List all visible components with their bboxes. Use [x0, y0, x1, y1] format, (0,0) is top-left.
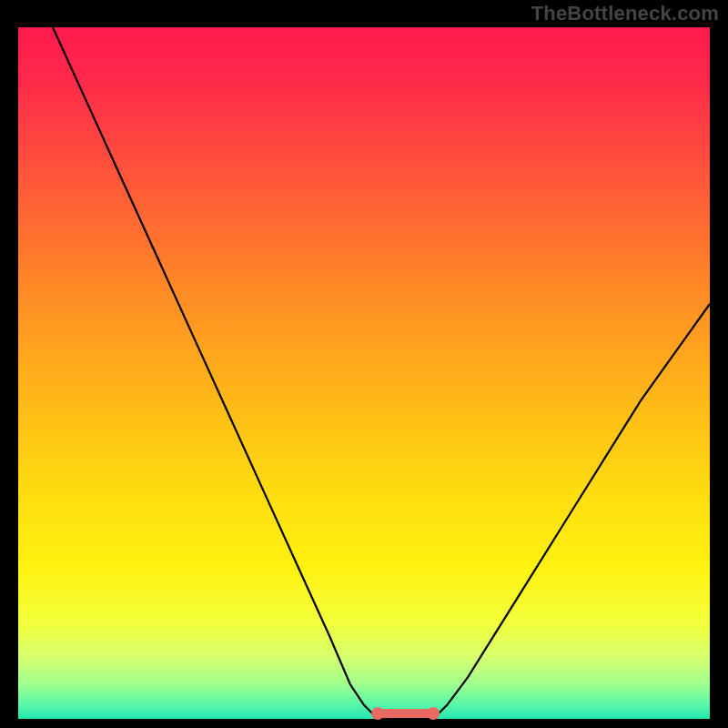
gradient-plot-area: [18, 27, 710, 719]
bottleneck-curve-path: [53, 27, 710, 719]
watermark-text: TheBottleneck.com: [531, 2, 719, 25]
chart-frame: TheBottleneck.com: [0, 0, 728, 728]
optimal-range-endpoint: [427, 707, 440, 720]
curve-svg: [18, 27, 710, 719]
optimal-range-endpoint: [371, 707, 384, 720]
optimal-range-markers: [371, 707, 440, 720]
